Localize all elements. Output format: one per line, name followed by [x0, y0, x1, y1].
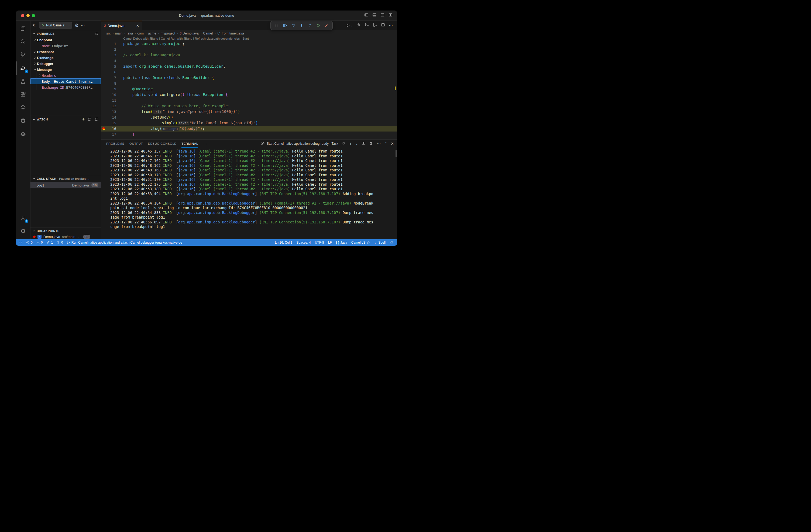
gutter[interactable] — [101, 52, 108, 58]
gutter[interactable] — [101, 103, 108, 109]
activity-tree-icon[interactable] — [16, 101, 30, 114]
status-braces[interactable]: { }Java — [336, 241, 347, 245]
activity-source-control-icon[interactable] — [16, 48, 30, 61]
close-panel-icon[interactable]: ✕ — [391, 141, 394, 146]
variable-row[interactable]: Debugger — [30, 61, 101, 66]
paused-breakpoint-icon[interactable]: ▶ — [101, 126, 108, 131]
panel-tab-output[interactable]: OUTPUT — [129, 140, 143, 148]
activity-sync-icon[interactable] — [16, 127, 30, 141]
step-out-button[interactable] — [306, 22, 314, 29]
kill-terminal-icon[interactable] — [369, 141, 373, 146]
gutter[interactable] — [101, 47, 108, 52]
variable-row[interactable]: Endpoint — [30, 37, 101, 43]
variable-row[interactable]: Body: Hello Camel from r… — [30, 78, 101, 84]
variable-row[interactable]: Processor — [30, 49, 101, 55]
gutter[interactable] — [101, 41, 108, 47]
continue-button[interactable] — [281, 22, 289, 29]
variable-row[interactable]: Headers — [30, 73, 101, 78]
gutter[interactable] — [101, 86, 108, 92]
panel-more-tabs-icon[interactable]: ⋯ — [203, 140, 207, 148]
status-tower[interactable]: 0 — [56, 241, 63, 245]
breadcrumb-com[interactable]: com — [137, 32, 144, 35]
gutter[interactable] — [101, 109, 108, 114]
restart-button[interactable] — [315, 22, 322, 29]
status-error-circle[interactable]: 0 — [26, 241, 33, 245]
activity-search-icon[interactable] — [16, 35, 30, 48]
toggle-secondary-sidebar-icon[interactable] — [380, 13, 385, 18]
activity-explorer-icon[interactable] — [16, 22, 30, 35]
gutter[interactable] — [101, 81, 108, 86]
remove-all-watch-icon[interactable] — [88, 117, 92, 122]
status-remote[interactable] — [19, 241, 22, 245]
variable-row[interactable]: Name: Endpoint — [30, 43, 101, 49]
gutter[interactable] — [101, 97, 108, 103]
gutter[interactable] — [101, 75, 108, 81]
minimize-window-button[interactable] — [27, 14, 30, 17]
split-editor-button[interactable] — [381, 22, 385, 28]
variables-header[interactable]: VARIABLES — [30, 30, 101, 37]
status-spaces-4[interactable]: Spaces: 4 — [296, 241, 310, 245]
status-ln-16-col-1[interactable]: Ln 16, Col 1 — [275, 241, 292, 245]
breadcrumb-main[interactable]: main — [115, 32, 122, 35]
gutter[interactable] — [101, 69, 108, 75]
gutter[interactable] — [101, 120, 108, 126]
breadcrumb-camel[interactable]: Camel — [203, 32, 213, 35]
activity-settings-icon[interactable]: ⚙ — [16, 224, 30, 238]
step-over-button[interactable] — [289, 22, 297, 29]
variable-row[interactable]: Exchange ID: B74C46FC8B0F… — [30, 84, 101, 90]
customize-layout-icon[interactable] — [388, 13, 393, 18]
panel-more-icon[interactable]: ⋯ — [377, 141, 381, 146]
debug-settings-gear-icon[interactable]: ⚙ — [75, 23, 79, 28]
maximize-panel-icon[interactable]: ⌃ — [384, 142, 387, 145]
status-tools[interactable]: 1 — [46, 241, 53, 245]
activity-testing-icon[interactable] — [16, 75, 30, 88]
gutter[interactable] — [101, 64, 108, 69]
variable-row[interactable]: Exchange — [30, 55, 101, 61]
views-more-icon[interactable]: ⋯ — [81, 23, 85, 28]
collapse-all-icon[interactable] — [95, 117, 99, 122]
status-debug-start[interactable]: Run Camel native application and attach … — [66, 241, 182, 245]
close-tab-icon[interactable]: ✕ — [136, 24, 139, 28]
breadcrumb-demo-java[interactable]: JDemo.java — [180, 32, 199, 35]
zoom-window-button[interactable] — [32, 14, 35, 17]
toggle-primary-sidebar-icon[interactable] — [364, 13, 369, 18]
code-editor[interactable]: Camel Debug with JBang | Camel Run with … — [101, 36, 397, 139]
breadcrumb-java[interactable]: java — [127, 32, 133, 35]
activity-account-icon[interactable]: 1 — [16, 211, 30, 224]
terminal-task[interactable]: Start Camel native application debug-rea… — [261, 142, 338, 146]
watch-header[interactable]: WATCH + — [30, 116, 101, 123]
stack-frame-row[interactable]: log1 Demo.java 16 — [30, 182, 101, 188]
toolbar-drag-handle[interactable] — [273, 22, 280, 29]
status-check[interactable]: ✓Spell — [374, 241, 385, 245]
gutter[interactable] — [101, 58, 108, 64]
camel-run-button[interactable] — [365, 22, 369, 28]
breadcrumb-from-timer-java[interactable]: from timer:java — [217, 32, 244, 35]
terminal-scrollbar[interactable] — [396, 150, 397, 157]
add-watch-icon[interactable]: + — [82, 117, 85, 122]
gutter[interactable] — [101, 114, 108, 120]
camel-debug-button[interactable] — [372, 22, 377, 28]
panel-tab-terminal[interactable]: TERMINAL — [181, 140, 198, 148]
step-into-button[interactable] — [298, 22, 305, 29]
status-camel-ls[interactable]: Camel LS — [351, 241, 370, 245]
activity-run-and-debug-icon[interactable]: 1 — [16, 61, 30, 75]
run-configuration-dropdown[interactable]: Run Camel r ⌄ — [39, 22, 72, 29]
run-button[interactable]: ⌄ — [346, 23, 353, 28]
panel-tab-debug-console[interactable]: DEBUG CONSOLE — [148, 140, 177, 148]
status-utf-8[interactable]: UTF-8 — [315, 241, 324, 245]
terminal-dropdown-icon[interactable]: ⌄ — [355, 142, 358, 145]
toggle-panel-icon[interactable] — [372, 13, 377, 18]
status-bell[interactable] — [389, 241, 393, 245]
relaunch-task-icon[interactable] — [341, 141, 346, 146]
variable-row[interactable]: Message — [30, 66, 101, 73]
activity-kubernetes-icon[interactable] — [16, 114, 30, 127]
gutter[interactable] — [101, 92, 108, 97]
breadcrumb-src[interactable]: src — [106, 32, 111, 35]
breakpoints-header[interactable]: BREAKPOINTS — [30, 228, 101, 234]
more-icon[interactable]: ⋯ — [389, 23, 393, 28]
status-warning[interactable]: 0 — [36, 241, 43, 245]
status-lf[interactable]: LF — [328, 241, 332, 245]
disconnect-button[interactable] — [323, 22, 331, 29]
codelens-actions[interactable]: Camel Debug with JBang | Camel Run with … — [101, 36, 397, 41]
breadcrumb-myproject[interactable]: myproject — [161, 32, 175, 35]
